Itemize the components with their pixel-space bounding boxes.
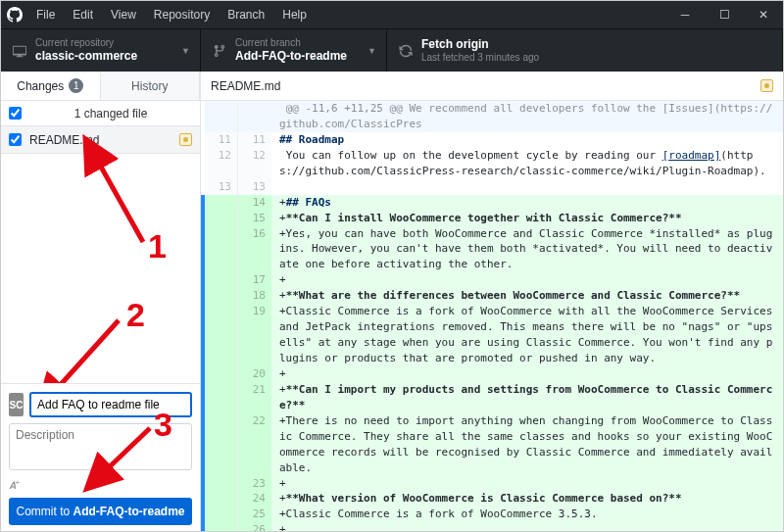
diff-line: 1111## Roadmap [201,132,783,148]
menu-view[interactable]: View [103,4,144,25]
file-checkbox[interactable] [9,133,22,146]
app-menu: FileEditViewRepositoryBranchHelp [28,4,315,25]
menu-help[interactable]: Help [274,4,315,25]
diff-line: 22+There is no need to import anything w… [201,413,783,476]
diff-header: README.md [201,72,783,101]
diff-line: 15+**Can I install WooCommerce together … [201,211,783,226]
diff-line: 26+ [201,522,783,532]
diff-line: 1313 [201,179,783,195]
toolbar: Current repository classic-commerce ▼ Cu… [1,28,783,72]
minimize-icon[interactable]: ─ [665,1,705,28]
main: Changes 1 History 1 changed file README.… [1,72,783,532]
titlebar: FileEditViewRepositoryBranchHelp ─ ☐ ✕ [1,1,783,28]
diff-line: @@ -11,6 +11,25 @@ We recommend all deve… [201,101,783,132]
diff-line: 18+**What are the differences between Wo… [201,288,783,304]
fetch-label: Fetch origin [421,37,539,51]
diff-line: 16+Yes, you can have both WooCommerce an… [201,226,783,273]
chevron-down-icon: ▼ [368,46,376,56]
branch-label: Current branch [235,37,347,49]
branch-value: Add-FAQ-to-readme [235,49,347,63]
close-icon[interactable]: ✕ [744,1,783,28]
commit-button[interactable]: Commit to Add-FAQ-to-readme [9,498,192,525]
branch-icon [211,44,228,58]
repo-label: Current repository [35,37,137,49]
diff-line: 21+**Can I import my products and settin… [201,382,783,413]
maximize-icon[interactable]: ☐ [705,1,744,28]
diff-line: 20+ [201,366,783,382]
annotation-overlay: 1 2 [1,154,201,409]
sidebar-tabs: Changes 1 History [1,72,200,101]
diff-line: 24+**What version of WooCommerce is Clas… [201,491,783,507]
sidebar-spacer: 1 2 [1,154,200,383]
diff-line: 14+## FAQs [201,195,783,211]
changes-count-badge: 1 [69,78,83,93]
commit-summary-input[interactable] [29,392,192,417]
modified-badge-icon [760,79,773,92]
svg-line-0 [97,160,143,242]
diff-file-name: README.md [211,79,280,93]
menu-file[interactable]: File [28,4,63,25]
diff-line: 25+Classic Commerce is a fork of WooComm… [201,507,783,522]
changed-files-header: 1 changed file [1,101,200,126]
diff-line: 19+Classic Commerce is a fork of WooComm… [201,304,783,366]
diff-content[interactable]: @@ -11,6 +11,25 @@ We recommend all deve… [201,101,783,532]
desktop-icon [11,44,28,58]
menu-branch[interactable]: Branch [220,4,272,25]
tab-changes[interactable]: Changes 1 [1,72,101,100]
changed-file-row[interactable]: README.md [1,126,200,154]
menu-edit[interactable]: Edit [65,4,101,25]
file-name: README.md [29,133,99,147]
add-coauthors-icon[interactable]: 𝘼⁺ [9,479,192,492]
diff-line: 1212 You can follow up on the developmen… [201,148,783,179]
current-repository-dropdown[interactable]: Current repository classic-commerce ▼ [1,29,201,72]
commit-description-input[interactable] [9,423,192,470]
menu-repository[interactable]: Repository [146,4,218,25]
tab-history[interactable]: History [101,72,201,100]
current-branch-dropdown[interactable]: Current branch Add-FAQ-to-readme ▼ [201,29,387,72]
diff-panel: README.md @@ -11,6 +11,25 @@ We recommen… [201,72,783,532]
github-logo-icon [1,7,28,23]
diff-line: 17+ [201,272,783,288]
fetch-origin-button[interactable]: Fetch origin Last fetched 3 minutes ago [387,29,783,72]
diff-line: 23+ [201,476,783,492]
modified-badge-icon [179,133,192,146]
svg-line-1 [55,320,119,391]
fetch-sub: Last fetched 3 minutes ago [421,52,539,64]
commit-box: 3 SC 𝘼⁺ Commit to Add-FAQ-to-readme [1,383,200,532]
repo-value: classic-commerce [35,49,137,63]
select-all-checkbox[interactable] [9,107,22,120]
sync-icon [397,44,415,58]
chevron-down-icon: ▼ [181,46,190,56]
sidebar: Changes 1 History 1 changed file README.… [1,72,201,532]
window-controls: ─ ☐ ✕ [665,1,783,28]
avatar: SC [9,393,24,416]
